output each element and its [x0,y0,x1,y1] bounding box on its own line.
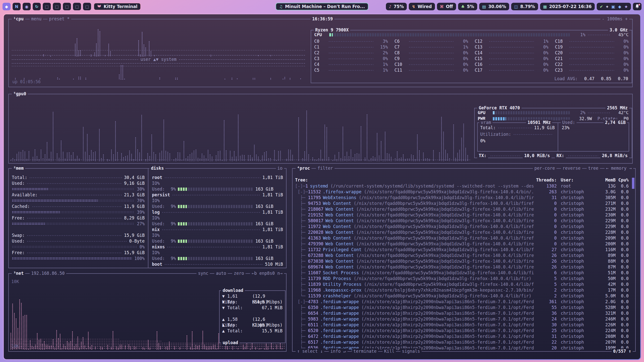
disk-name-row: root1,81 TiB [152,175,283,180]
proc-filter-button[interactable]: filter [316,165,334,171]
cpu-core-row: C41% [314,62,388,67]
proc-sort-selector[interactable]: ← memory → [605,165,633,171]
cpu-model-label: Ryzen 9 7900X [314,27,350,33]
vpn-tray-icon[interactable]: ★ [624,4,628,9]
workspace-neovim[interactable]: N [13,3,21,10]
vram-utilization-label: Utilization: [480,131,511,137]
process-row[interactable]: ├─ 6472.ferdium-wrappe(/nix/store/a1pj8h… [295,334,634,339]
proc-signals-button[interactable]: signals [400,348,422,354]
process-row[interactable]: ├─ 218067Web Content(/nix/store/fqadd0bp… [295,206,634,212]
process-row[interactable]: ├─ 479390Web Content(/nix/store/fqadd0bp… [295,241,634,247]
now-playing-label: Minuit Machine – Don't Run Fro... [285,4,365,9]
workspace-empty[interactable]: □ [43,3,51,10]
net-sync-toggle[interactable]: sync [196,270,210,277]
clock-module[interactable]: ▦2025-07-22 16:36 [540,3,595,10]
process-row[interactable]: ├─ 220028Web Content(/nix/store/fqadd0bp… [295,230,634,235]
disk-used-row: Used:9%163 GiB [152,186,283,192]
shield-check-tray-icon[interactable]: ✔ [600,4,603,9]
cpu-total-percent: 1% [572,32,585,38]
notification-bell-button[interactable] [633,3,641,10]
mem-meter-row: 0% [12,244,145,250]
cpu-menu-button[interactable]: menu [30,16,43,22]
net-interface-switcher[interactable]: ←b enp8s0 n→ [250,270,284,277]
proc-per-core-toggle[interactable]: per-core [533,165,556,171]
disks-io-toggle[interactable]: io [276,165,284,171]
workspace-empty[interactable]: □ [53,3,61,10]
process-row[interactable]: [-]─1systemd(/run/current-system/systemd… [295,183,634,189]
cpu-module[interactable]: ♣5% [458,3,477,10]
disk-io-row: IO% [152,250,283,256]
mem-panel-title: ²mem [12,165,25,171]
process-row[interactable]: ├─ 219152Web Content(/nix/store/fqadd0bp… [295,212,634,218]
proc-select-control[interactable]: ↑ select ↓ [296,348,324,354]
process-table: [-]─1systemd(/run/current-system/systemd… [295,183,634,351]
process-row[interactable]: ├─ 673038Web Content(/nix/store/fqadd0bp… [295,258,634,264]
proc-info-button[interactable]: info ↵ [329,348,347,354]
process-row[interactable]: ├─ 6350.ferdium-wrappe(/nix/store/a1pj8h… [295,305,634,310]
disk-name-row: nix1,81 TiB [152,227,283,233]
mem-stat-row: Cached:11,9 GiB [12,204,145,209]
proc-tree-toggle[interactable]: tree [587,165,600,171]
vram-utilization-value: 0% [480,138,485,144]
disk-name-row: boot510 MiB [152,261,283,267]
vram-tag: vram [479,120,493,126]
process-row[interactable]: ├─ 6520.ferdium-wrappe(/nix/store/a1pj8h… [295,328,634,334]
workspace-empty[interactable]: □ [83,3,91,10]
disks-tag[interactable]: disks [149,165,165,171]
idle-module[interactable]: ⌘Off [437,3,456,10]
process-row[interactable]: ├─ 94753Web Content(/nix/store/fqadd0bpr… [295,201,634,206]
network-module[interactable]: ↯Wired [409,3,435,10]
process-scrollbar[interactable] [632,178,634,189]
net-axis-top: 10K [11,279,19,285]
process-row[interactable]: ├─ 6511.ferdium-wrappe(/nix/store/a1pj8h… [295,322,634,328]
display-tray-icon[interactable]: ▣ [611,4,615,9]
cpu-preset-button[interactable]: preset * [48,16,71,22]
process-row[interactable]: ├─ 6517.ferdium-wrappe(/nix/store/a1pj8h… [295,339,634,345]
process-row[interactable]: [-]─4783.ferdium-wrappe(/nix/store/a1pj8… [295,299,634,305]
net-auto-toggle[interactable]: auto [214,270,228,277]
process-row[interactable]: ├─ 11968.keepassxc-prox(/nix/store/bslpj… [295,287,634,293]
process-row[interactable]: ├─ 11739RDD Process(/nix/store/fqadd0bpr… [295,276,634,282]
proc-kill-button[interactable]: Kill [383,348,396,354]
workspace-record[interactable]: ◉ [23,3,31,10]
workspace-1[interactable]: ◆ [3,3,11,10]
process-row[interactable]: ├─ 11607Socket Process(/nix/store/fqadd0… [295,270,634,276]
process-row[interactable]: └─ 11539crashhelper(/nix/store/fqadd0bpr… [295,293,634,299]
process-row[interactable]: ├─ 673288Web Content(/nix/store/fqadd0bp… [295,253,634,258]
memory-module[interactable]: ▤30.06% [479,3,509,10]
btop-monitor: ¹cpu menu preset * 16:36:59 - 1000ms + u… [4,14,640,359]
gpu-detail-box: GeForce RTX 4070 2565 MHz GPU 2% 42°C PW… [474,108,632,158]
process-row[interactable]: ├─ 11732Privileged Cont(/nix/store/fqadd… [295,247,634,253]
mem-meter-row: 27% [12,221,145,227]
cpu-panel: ¹cpu menu preset * 16:36:59 - 1000ms + u… [8,19,633,87]
proc-terminate-button[interactable]: terminate [352,348,378,354]
update-interval-control[interactable]: - 1000ms + [600,16,629,22]
disk-name-row: persist1,81 TiB [152,192,283,198]
process-row[interactable]: ├─ 5983.ferdium-wrappe(/nix/store/a1pj8h… [295,316,634,322]
disk-used-row: Used:9%163 GiB [152,238,283,244]
process-row[interactable]: ├─ 11795WebExtensions(/nix/store/fqadd0b… [295,195,634,201]
process-table-header[interactable]: Tree: Threads: User: MemB Cpu% [295,177,634,183]
process-row[interactable]: ├─ 6654.ferdium-wrappe(/nix/store/a1pj8h… [295,310,634,316]
process-row[interactable]: ├─ 11839Utility Process(/nix/store/fqadd… [295,282,634,287]
kitty-terminal-taskbar-button[interactable]: Kitty Terminal [94,3,141,10]
volume-module[interactable]: ♪75% [386,3,407,10]
process-row[interactable]: ├─ 11972Web Content(/nix/store/fqadd0bpr… [295,224,634,230]
proc-reverse-toggle[interactable]: reverse [561,165,582,171]
mouse-tray-icon[interactable]: ⌖ [606,4,608,9]
media-player-module[interactable]: ♫ Minuit Machine – Don't Run Fro... [276,3,369,10]
net-zero-toggle[interactable]: zero [232,270,246,277]
workspace-empty[interactable]: □ [73,3,81,10]
workspace-empty[interactable]: □ [63,3,71,10]
workspace-refresh[interactable]: ↻ [33,3,41,10]
disk-module[interactable]: ◫8.79% [511,3,538,10]
cpu-core-row: C30% [314,56,388,62]
process-row[interactable]: [-]─11532.firefox-wrappe(/nix/store/fqad… [295,189,634,195]
process-row[interactable]: ├─ 689674Web Content(/nix/store/fqadd0bp… [295,264,634,270]
clock-icon: ▦ [543,4,547,9]
network-panel: ³net 192.168.86.50 syncautozero←b enp8s0… [8,273,287,352]
bluetooth-tray-icon[interactable]: ◆ [618,4,621,9]
process-row[interactable]: ├─ 580017Web Content(/nix/store/fqadd0bp… [295,218,634,224]
cat-icon [97,4,101,9]
process-row[interactable]: ├─ 41363Web Content(/nix/store/fqadd0bpr… [295,235,634,241]
